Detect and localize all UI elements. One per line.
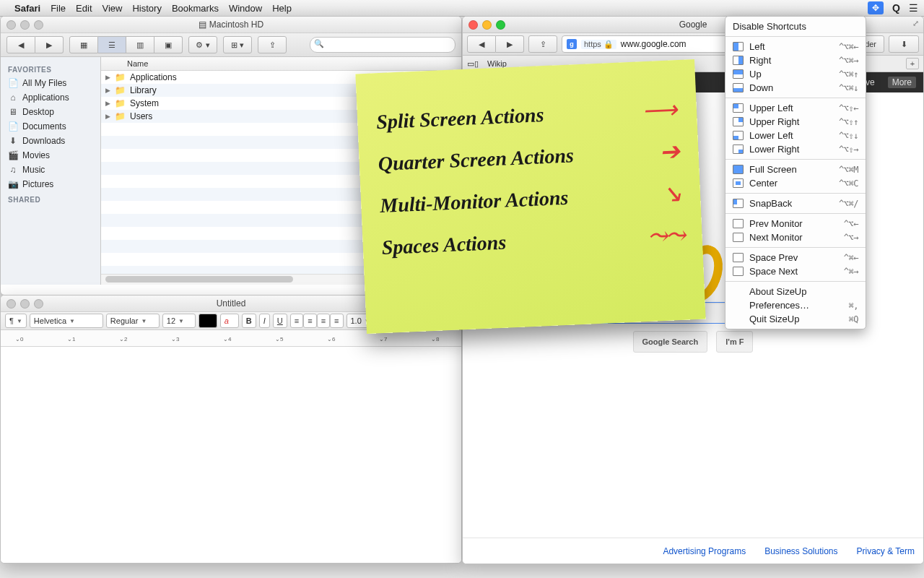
sidebar-item[interactable]: ♫Music	[1, 163, 100, 177]
sidebar-item[interactable]: 📄Documents	[1, 119, 100, 134]
sidebar-item-label: Music	[22, 165, 45, 175]
textedit-traffic-lights[interactable]	[6, 299, 43, 309]
sizeup-item-label: Center	[749, 178, 833, 189]
font-family-picker[interactable]: Helvetica▼	[30, 314, 103, 328]
fav-item[interactable]: Wikip	[487, 59, 507, 68]
style-picker[interactable]: ¶▼	[5, 314, 27, 328]
sizeup-menu-item[interactable]: Space Prev^⌘←	[725, 251, 866, 264]
sidebar-item[interactable]: 🎬Movies	[1, 148, 100, 163]
sizeup-menubar-icon[interactable]: ✥	[868, 1, 884, 14]
disclosure-triangle[interactable]: ▶	[105, 74, 110, 81]
sizeup-shortcut: ^⌥⌘↓	[839, 83, 858, 93]
sizeup-pictogram	[733, 165, 744, 174]
sizeup-item-label: Prev Monitor	[749, 218, 838, 229]
sizeup-menu-item[interactable]: Left^⌥⌘←	[725, 40, 866, 53]
menu-history[interactable]: History	[132, 3, 161, 14]
row-name: Applications	[130, 72, 177, 82]
safari-downloads-button[interactable]: ⬇	[889, 35, 919, 53]
google-search-button[interactable]: Google Search	[633, 331, 708, 353]
folder-icon: 📁	[115, 98, 126, 108]
sizeup-menu-item[interactable]: SnapBack^⌥⌘/	[725, 197, 866, 210]
disclosure-triangle[interactable]: ▶	[105, 100, 110, 107]
app-name[interactable]: Safari	[14, 3, 40, 14]
sidebar-item[interactable]: 📷Pictures	[1, 177, 100, 191]
menu-help[interactable]: Help	[272, 3, 292, 14]
textedit-document-area[interactable]	[1, 347, 461, 564]
finder-view-switch[interactable]: ▦☰▥▣	[69, 36, 183, 53]
arrow-icon: ➔	[659, 137, 681, 166]
finder-column-name[interactable]: Name	[123, 59, 152, 68]
safari-fullscreen-button[interactable]: ⤢	[912, 19, 919, 28]
spotlight-icon[interactable]: Q	[892, 2, 900, 14]
sidebar-item-icon: 🎬	[8, 150, 18, 160]
menu-file[interactable]: File	[51, 3, 66, 14]
sizeup-menu-item[interactable]: Right^⌥⌘→	[725, 53, 866, 67]
sizeup-menu-item[interactable]: Upper Right^⌥⇧↑	[725, 115, 866, 129]
underline-button[interactable]: U	[273, 314, 287, 328]
bookmarks-icon[interactable]: ▭▯	[467, 59, 479, 69]
footer-link[interactable]: Privacy & Term	[857, 546, 915, 556]
sidebar-item-icon: 📄	[8, 121, 18, 131]
sidebar-item[interactable]: 📄All My Files	[1, 76, 100, 90]
sizeup-menu-item[interactable]: Prev Monitor^⌥←	[725, 217, 866, 230]
finder-action-button[interactable]: ⚙ ▾	[188, 36, 217, 53]
bg-color-picker[interactable]: a	[220, 314, 239, 328]
sidebar-item[interactable]: ⌂Applications	[1, 90, 100, 105]
finder-arrange-button[interactable]: ⊞ ▾	[223, 36, 252, 53]
sizeup-pictogram	[733, 178, 744, 188]
sidebar-item-label: Documents	[22, 121, 66, 131]
sizeup-item-label: Quit SizeUp	[749, 314, 843, 324]
nav-back-forward[interactable]: ◀▶	[6, 36, 64, 53]
sizeup-menu-item[interactable]: Down^⌥⌘↓	[725, 81, 866, 95]
safari-traffic-lights[interactable]	[468, 20, 505, 30]
sizeup-menu-item[interactable]: Space Next^⌘→	[725, 264, 866, 278]
finder-traffic-lights[interactable]	[6, 20, 43, 30]
sizeup-menu-item[interactable]: About SizeUp	[725, 285, 866, 298]
menu-bookmarks[interactable]: Bookmarks	[172, 3, 219, 14]
sizeup-item-label: Up	[749, 69, 833, 79]
folder-icon: 📁	[115, 72, 126, 82]
google-lucky-button[interactable]: I'm F	[716, 331, 753, 353]
sizeup-pictogram	[733, 253, 744, 262]
sizeup-menu-item[interactable]: Center^⌥⌘C	[725, 176, 866, 190]
sizeup-menu-item[interactable]: Upper Left^⌥⇧←	[725, 101, 866, 115]
sidebar-item[interactable]: ⬇Downloads	[1, 134, 100, 148]
sizeup-menu-item[interactable]: Quit SizeUp⌘Q	[725, 312, 866, 326]
finder-share-button[interactable]: ⇪	[258, 36, 287, 53]
sizeup-menu-item[interactable]: Preferences…⌘,	[725, 298, 866, 312]
sticky-line: Multi-Monitor Actions	[380, 186, 569, 217]
sizeup-item-label: SnapBack	[749, 198, 833, 209]
italic-button[interactable]: I	[259, 314, 270, 328]
finder-titlebar[interactable]: ▤Macintosh HD	[1, 17, 461, 33]
sizeup-menu-item[interactable]: Lower Left^⌥⇧↓	[725, 129, 866, 142]
safari-share-button[interactable]: ⇪	[528, 35, 557, 53]
gbar-more[interactable]: More	[888, 77, 916, 88]
sizeup-disable-shortcuts[interactable]: Disable Shortcuts	[725, 20, 866, 33]
menu-edit[interactable]: Edit	[76, 3, 92, 14]
sizeup-menu-item[interactable]: Next Monitor^⌥→	[725, 230, 866, 244]
footer-link[interactable]: Business Solutions	[764, 546, 837, 556]
text-color-picker[interactable]	[199, 314, 217, 328]
finder-search[interactable]	[310, 37, 456, 53]
footer-link[interactable]: Advertising Programs	[663, 546, 746, 556]
disclosure-triangle[interactable]: ▶	[105, 113, 110, 120]
sidebar-item-icon: 📄	[8, 78, 18, 88]
notification-center-icon[interactable]: ☰	[909, 2, 918, 14]
font-size-picker[interactable]: 12▼	[162, 314, 196, 328]
row-name: Users	[130, 111, 152, 121]
safari-back-forward[interactable]: ◀▶	[467, 35, 524, 53]
add-tab-button[interactable]: +	[906, 58, 919, 69]
sizeup-menu-item[interactable]: Full Screen^⌥⌘M	[725, 163, 866, 176]
sidebar-item[interactable]: 🖥Desktop	[1, 105, 100, 119]
align-buttons[interactable]: ≡≡≡≡	[290, 314, 344, 328]
sizeup-menu-item[interactable]: Lower Right^⌥⇧→	[725, 142, 866, 156]
sizeup-item-label: Upper Right	[749, 116, 833, 127]
menu-view[interactable]: View	[103, 3, 123, 14]
sizeup-shortcut: ^⌥⇧↓	[839, 131, 858, 141]
sizeup-pictogram	[733, 131, 744, 140]
sizeup-menu-item[interactable]: Up^⌥⌘↑	[725, 67, 866, 81]
font-style-picker[interactable]: Regular▼	[106, 314, 160, 328]
disclosure-triangle[interactable]: ▶	[105, 87, 110, 94]
bold-button[interactable]: B	[242, 314, 256, 328]
menu-window[interactable]: Window	[229, 3, 262, 14]
